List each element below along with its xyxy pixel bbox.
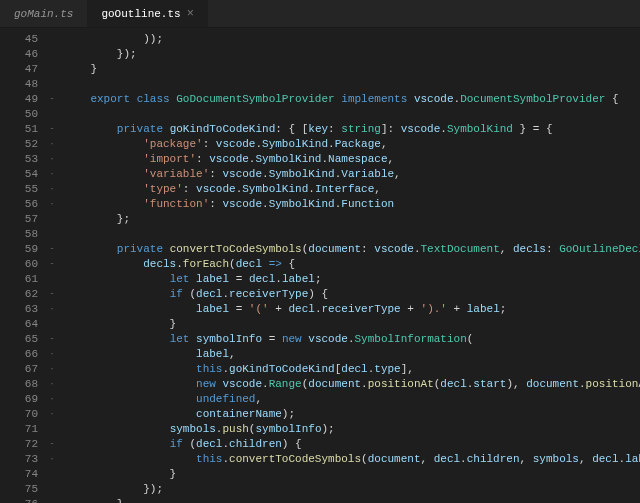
- code-line[interactable]: containerName);: [64, 407, 640, 422]
- fold-dot-icon: [46, 62, 58, 77]
- line-number: 67: [0, 362, 38, 377]
- code-line[interactable]: [64, 77, 640, 92]
- tab-bar: goMain.ts goOutline.ts ×: [0, 0, 640, 28]
- fold-toggle-icon[interactable]: -: [46, 287, 58, 302]
- line-number: 51: [0, 122, 38, 137]
- fold-dot-icon: [46, 77, 58, 92]
- fold-dot-icon: [46, 272, 58, 287]
- code-line[interactable]: }: [64, 317, 640, 332]
- line-number: 72: [0, 437, 38, 452]
- line-number: 73: [0, 452, 38, 467]
- code-line[interactable]: }: [64, 497, 640, 503]
- line-number: 52: [0, 137, 38, 152]
- line-number: 54: [0, 167, 38, 182]
- fold-toggle-icon[interactable]: -: [46, 257, 58, 272]
- line-number: 53: [0, 152, 38, 167]
- code-area[interactable]: )); }); } export class GoDocumentSymbolP…: [58, 28, 640, 503]
- line-number: 46: [0, 47, 38, 62]
- code-line[interactable]: 'import': vscode.SymbolKind.Namespace,: [64, 152, 640, 167]
- fold-dot-icon: ·: [46, 407, 58, 422]
- code-line[interactable]: });: [64, 482, 640, 497]
- fold-dot-icon: ·: [46, 167, 58, 182]
- code-line[interactable]: decls.forEach(decl => {: [64, 257, 640, 272]
- fold-dot-icon: [46, 212, 58, 227]
- tab-label: goOutline.ts: [101, 8, 180, 20]
- line-number: 64: [0, 317, 38, 332]
- line-number: 61: [0, 272, 38, 287]
- line-number: 59: [0, 242, 38, 257]
- line-number: 76: [0, 497, 38, 503]
- fold-dot-icon: ·: [46, 197, 58, 212]
- line-number: 49: [0, 92, 38, 107]
- code-line[interactable]: let label = decl.label;: [64, 272, 640, 287]
- line-number: 66: [0, 347, 38, 362]
- code-line[interactable]: }: [64, 467, 640, 482]
- fold-dot-icon: [46, 422, 58, 437]
- fold-dot-icon: [46, 47, 58, 62]
- code-line[interactable]: this.convertToCodeSymbols(document, decl…: [64, 452, 640, 467]
- code-line[interactable]: private goKindToCodeKind: { [key: string…: [64, 122, 640, 137]
- fold-dot-icon: ·: [46, 452, 58, 467]
- code-line[interactable]: private convertToCodeSymbols(document: v…: [64, 242, 640, 257]
- line-number: 68: [0, 377, 38, 392]
- fold-toggle-icon[interactable]: -: [46, 92, 58, 107]
- code-line[interactable]: this.goKindToCodeKind[decl.type],: [64, 362, 640, 377]
- code-line[interactable]: ));: [64, 32, 640, 47]
- code-line[interactable]: let symbolInfo = new vscode.SymbolInform…: [64, 332, 640, 347]
- line-number: 56: [0, 197, 38, 212]
- code-line[interactable]: label,: [64, 347, 640, 362]
- code-line[interactable]: 'type': vscode.SymbolKind.Interface,: [64, 182, 640, 197]
- code-line[interactable]: }: [64, 62, 640, 77]
- fold-dot-icon: [46, 227, 58, 242]
- line-number: 75: [0, 482, 38, 497]
- code-line[interactable]: 'package': vscode.SymbolKind.Package,: [64, 137, 640, 152]
- line-number: 48: [0, 77, 38, 92]
- line-number: 58: [0, 227, 38, 242]
- code-line[interactable]: [64, 107, 640, 122]
- close-icon[interactable]: ×: [187, 7, 194, 21]
- fold-toggle-icon[interactable]: -: [46, 242, 58, 257]
- code-line[interactable]: export class GoDocumentSymbolProvider im…: [64, 92, 640, 107]
- fold-toggle-icon[interactable]: -: [46, 332, 58, 347]
- fold-dot-icon: ·: [46, 302, 58, 317]
- tab-label: goMain.ts: [14, 8, 73, 20]
- code-line[interactable]: label = '(' + decl.receiverType + ').' +…: [64, 302, 640, 317]
- code-line[interactable]: 'variable': vscode.SymbolKind.Variable,: [64, 167, 640, 182]
- line-number: 55: [0, 182, 38, 197]
- line-number: 47: [0, 62, 38, 77]
- fold-toggle-icon[interactable]: -: [46, 122, 58, 137]
- line-number: 71: [0, 422, 38, 437]
- fold-dot-icon: ·: [46, 152, 58, 167]
- line-number: 45: [0, 32, 38, 47]
- fold-dot-icon: [46, 467, 58, 482]
- code-line[interactable]: if (decl.receiverType) {: [64, 287, 640, 302]
- code-line[interactable]: if (decl.children) {: [64, 437, 640, 452]
- fold-gutter: --·····---·-·····-·: [46, 28, 58, 503]
- fold-dot-icon: [46, 107, 58, 122]
- code-line[interactable]: symbols.push(symbolInfo);: [64, 422, 640, 437]
- code-line[interactable]: };: [64, 212, 640, 227]
- editor: 4546474849505152535455565758596061626364…: [0, 28, 640, 503]
- tab-gooutline[interactable]: goOutline.ts ×: [87, 0, 207, 27]
- line-number: 70: [0, 407, 38, 422]
- fold-dot-icon: ·: [46, 347, 58, 362]
- code-line[interactable]: undefined,: [64, 392, 640, 407]
- fold-dot-icon: ·: [46, 362, 58, 377]
- tab-gomain[interactable]: goMain.ts: [0, 0, 87, 27]
- fold-dot-icon: ·: [46, 182, 58, 197]
- code-line[interactable]: });: [64, 47, 640, 62]
- fold-dot-icon: [46, 482, 58, 497]
- code-line[interactable]: 'function': vscode.SymbolKind.Function: [64, 197, 640, 212]
- fold-dot-icon: ·: [46, 137, 58, 152]
- fold-dot-icon: [46, 317, 58, 332]
- code-line[interactable]: [64, 227, 640, 242]
- line-number: 65: [0, 332, 38, 347]
- fold-dot-icon: ·: [46, 392, 58, 407]
- fold-dot-icon: [46, 32, 58, 47]
- line-number: 60: [0, 257, 38, 272]
- fold-dot-icon: [46, 497, 58, 503]
- fold-toggle-icon[interactable]: -: [46, 437, 58, 452]
- line-number: 62: [0, 287, 38, 302]
- fold-dot-icon: ·: [46, 377, 58, 392]
- code-line[interactable]: new vscode.Range(document.positionAt(dec…: [64, 377, 640, 392]
